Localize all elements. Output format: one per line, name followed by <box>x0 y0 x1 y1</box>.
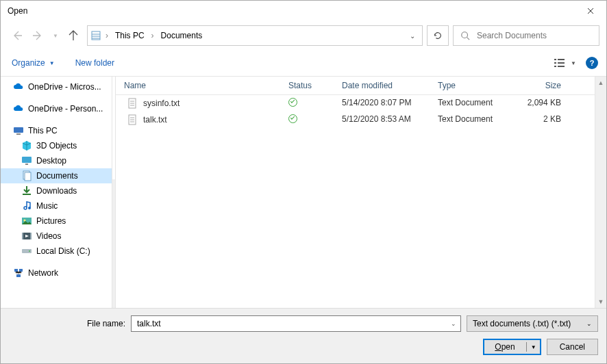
file-name-input[interactable] <box>136 318 447 329</box>
file-name: sysinfo.txt <box>143 99 179 108</box>
cube-icon <box>21 140 32 151</box>
chevron-right-icon[interactable]: › <box>149 31 157 40</box>
col-type[interactable]: Type <box>438 81 521 90</box>
breadcrumb-documents[interactable]: Documents <box>158 29 206 42</box>
tree-3d-objects[interactable]: 3D Objects <box>1 138 112 153</box>
nav-arrows: ▼ <box>8 30 83 41</box>
nav-row: ▼ › This PC › Documents ⌄ <box>1 21 606 53</box>
tree-this-pc[interactable]: This PC <box>1 123 112 138</box>
tree-downloads[interactable]: Downloads <box>1 183 112 198</box>
file-row[interactable]: talk.txt 5/12/2020 8:53 AM Text Document… <box>116 112 606 128</box>
text-file-icon <box>127 114 138 125</box>
address-dropdown[interactable]: ⌄ <box>406 32 419 40</box>
close-button[interactable] <box>575 1 606 21</box>
address-bar[interactable]: › This PC › Documents ⌄ <box>87 25 423 46</box>
tree-music[interactable]: Music <box>1 198 112 213</box>
chevron-right-icon[interactable]: › <box>103 31 111 40</box>
svg-point-26 <box>29 250 30 252</box>
svg-rect-13 <box>16 133 21 135</box>
scroll-down-icon[interactable]: ▼ <box>598 298 604 305</box>
file-date: 5/14/2020 8:07 PM <box>342 98 438 109</box>
chevron-down-icon: ▼ <box>571 60 576 66</box>
music-icon <box>21 200 32 211</box>
file-type: Text Document <box>438 114 521 125</box>
svg-rect-17 <box>25 172 31 181</box>
svg-rect-9 <box>558 62 565 64</box>
arrow-left-icon <box>12 30 23 41</box>
help-button[interactable]: ? <box>586 57 598 69</box>
svg-rect-7 <box>558 59 565 60</box>
text-file-icon <box>127 98 138 109</box>
footer: File name: ⌄ Text documents (.txt) (*.tx… <box>1 308 606 363</box>
svg-rect-23 <box>22 233 23 239</box>
cloud-icon <box>13 81 24 92</box>
open-dropdown[interactable]: ▼ <box>527 344 541 350</box>
close-icon <box>587 8 594 14</box>
view-options-button[interactable]: ▼ <box>554 58 576 68</box>
refresh-button[interactable] <box>427 25 449 46</box>
file-row[interactable]: sysinfo.txt 5/14/2020 8:07 PM Text Docum… <box>116 95 606 112</box>
folder-icon <box>90 30 101 41</box>
cloud-icon <box>13 103 24 114</box>
window-title: Open <box>8 6 27 16</box>
svg-rect-10 <box>554 66 556 67</box>
file-type-filter[interactable]: Text documents (.txt) (*.txt) ⌄ <box>467 315 598 332</box>
file-size: 2 KB <box>521 114 576 125</box>
pc-icon <box>13 125 24 136</box>
svg-point-19 <box>28 207 31 209</box>
col-size[interactable]: Size <box>521 81 576 90</box>
tree-onedrive-personal[interactable]: OneDrive - Person... <box>1 101 112 116</box>
file-list: Name Status Date modified Type Size sysi… <box>116 77 606 308</box>
download-icon <box>21 185 32 196</box>
forward-button[interactable] <box>32 30 43 41</box>
col-date[interactable]: Date modified <box>342 81 438 90</box>
svg-line-5 <box>467 38 470 40</box>
refresh-icon <box>433 31 443 40</box>
chevron-down-icon: ⌄ <box>586 320 592 327</box>
cancel-button[interactable]: Cancel <box>547 339 598 355</box>
organize-menu[interactable]: Organize ▼ <box>12 58 55 68</box>
synced-icon <box>288 98 297 107</box>
recent-locations-button[interactable]: ▼ <box>53 33 58 39</box>
svg-rect-18 <box>23 194 31 195</box>
search-box[interactable] <box>453 25 599 46</box>
open-button[interactable]: Open ▼ <box>483 339 541 355</box>
file-name-label: File name: <box>9 319 125 328</box>
network-icon <box>13 268 24 278</box>
tree-onedrive-ms[interactable]: OneDrive - Micros... <box>1 79 112 94</box>
up-button[interactable] <box>68 30 79 41</box>
back-button[interactable] <box>12 30 23 41</box>
file-size: 2,094 KB <box>521 98 576 109</box>
arrow-right-icon <box>32 30 43 41</box>
tree-network[interactable]: Network <box>1 265 112 281</box>
scrollbar[interactable]: ▲ ▼ <box>595 77 606 308</box>
col-name[interactable]: Name <box>116 81 288 90</box>
search-icon <box>460 31 470 40</box>
file-name-field[interactable]: ⌄ <box>131 315 461 332</box>
breadcrumb-this-pc[interactable]: This PC <box>112 29 147 42</box>
search-input[interactable] <box>475 30 592 41</box>
new-folder-button[interactable]: New folder <box>75 58 114 68</box>
body-area: OneDrive - Micros... OneDrive - Person..… <box>1 76 606 308</box>
svg-rect-15 <box>25 164 28 165</box>
tree-desktop[interactable]: Desktop <box>1 153 112 168</box>
videos-icon <box>21 231 32 242</box>
svg-rect-28 <box>19 269 23 272</box>
scroll-up-icon[interactable]: ▲ <box>598 79 604 86</box>
tree-local-disk[interactable]: Local Disk (C:) <box>1 244 112 259</box>
tree-documents[interactable]: Documents <box>1 168 112 183</box>
svg-rect-27 <box>14 269 18 272</box>
arrow-up-icon <box>68 30 79 41</box>
svg-rect-6 <box>554 59 556 60</box>
svg-point-4 <box>462 32 468 38</box>
tree-videos[interactable]: Videos <box>1 229 112 244</box>
col-status[interactable]: Status <box>288 81 342 90</box>
nav-tree[interactable]: OneDrive - Micros... OneDrive - Person..… <box>1 77 112 308</box>
tree-pictures[interactable]: Pictures <box>1 213 112 229</box>
disk-icon <box>21 246 32 257</box>
chevron-down-icon: ▼ <box>49 60 55 66</box>
desktop-icon <box>21 155 32 166</box>
chevron-down-icon[interactable]: ⌄ <box>447 320 456 327</box>
column-headers[interactable]: Name Status Date modified Type Size <box>116 77 606 95</box>
svg-rect-8 <box>554 62 556 64</box>
